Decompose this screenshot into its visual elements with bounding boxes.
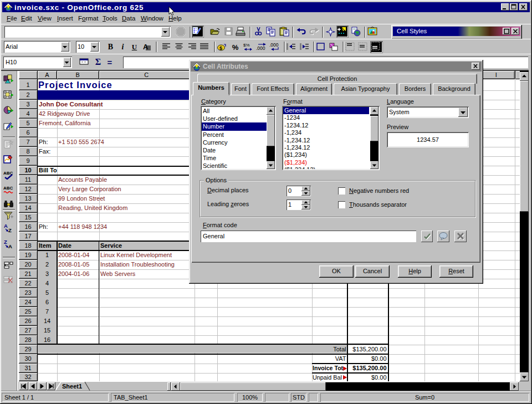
- svg-text:A: A: [143, 43, 149, 51]
- svg-text:$: $: [219, 45, 222, 51]
- svg-text:Z: Z: [4, 239, 7, 245]
- svg-text:$%: $%: [243, 43, 250, 48]
- svg-text:Sheet1: Sheet1: [62, 383, 82, 390]
- svg-text:A: A: [8, 243, 12, 249]
- svg-text:.000: .000: [269, 42, 279, 48]
- svg-text:Z: Z: [8, 227, 12, 233]
- svg-text:ABC: ABC: [3, 186, 13, 191]
- svg-text:.000: .000: [256, 45, 265, 51]
- svg-text:A: A: [4, 223, 8, 229]
